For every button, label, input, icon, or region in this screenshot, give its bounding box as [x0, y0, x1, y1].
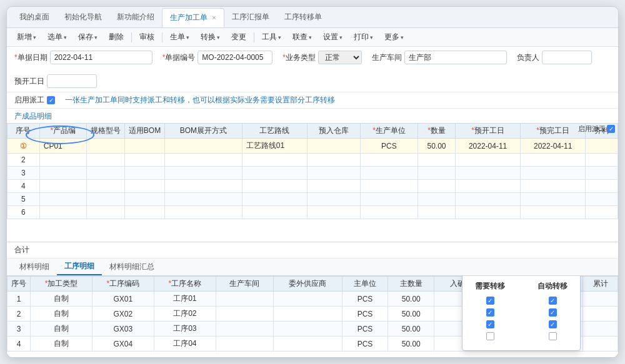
- bcol-qty: 主数量: [388, 277, 434, 292]
- popup-cb-wrap: [534, 320, 571, 328]
- arrow-icon: ▾: [94, 34, 98, 41]
- sub-tab-materials[interactable]: 材料明细: [12, 259, 57, 275]
- bcol-cumul: 累计: [583, 277, 618, 292]
- popup-cb-wrap: [534, 297, 571, 305]
- tab-transfer[interactable]: 工序转移单: [277, 8, 329, 26]
- type-select[interactable]: 正常: [318, 51, 362, 64]
- table-row: 3: [8, 167, 618, 180]
- btn-select[interactable]: 选单▾: [42, 31, 72, 44]
- btn-new[interactable]: 新增▾: [12, 31, 41, 44]
- popup-cb-wrap: [534, 308, 571, 317]
- popup-row-3: [471, 320, 571, 328]
- popup-row-1: [471, 297, 571, 305]
- arrow-icon: ▾: [339, 34, 342, 41]
- arrow-icon: ▾: [186, 34, 189, 41]
- table-row: 5: [8, 193, 618, 206]
- dispatch-checkbox[interactable]: [47, 96, 55, 104]
- popup-row-4: [471, 332, 571, 340]
- header-dispatch-checkbox[interactable]: [607, 125, 615, 133]
- date-field: *单据日期: [14, 51, 152, 64]
- owner-input[interactable]: [542, 51, 592, 64]
- workshop-input[interactable]: [404, 51, 507, 64]
- btn-review[interactable]: 审核: [134, 31, 159, 44]
- preopen-input[interactable]: [47, 74, 97, 88]
- no-input[interactable]: [198, 51, 272, 64]
- tab-production[interactable]: 生产加工单 ×: [162, 8, 224, 27]
- popup-cb-wrap: [471, 308, 509, 317]
- bottom-table-wrap: 序号 *加工类型 *工序编码 *工序名称 生产车间 委外供应商 主单位 主数量 …: [7, 276, 618, 357]
- popup-col2-header: 自动转移: [534, 281, 571, 292]
- bcol-supplier: 委外供应商: [273, 277, 342, 292]
- popup-cb-wrap: [534, 332, 571, 340]
- popup-row3-col1-checkbox[interactable]: [486, 320, 494, 328]
- separator: [254, 32, 254, 42]
- btn-settings[interactable]: 设置▾: [318, 31, 348, 44]
- popup-row2-col1-checkbox[interactable]: [486, 308, 494, 317]
- tab-init[interactable]: 初始化导航: [57, 8, 109, 26]
- transfer-popup: 需要转移 自动转移: [462, 276, 581, 351]
- tab-desktop[interactable]: 我的桌面: [12, 8, 57, 26]
- bottom-section: 合计 材料明细 工序明细 材料明细汇总 序号 *加工类型 *工序编码 *工序名称…: [7, 242, 618, 357]
- table-row: 6: [8, 206, 618, 219]
- btn-convert[interactable]: 转换▾: [196, 31, 225, 44]
- col-bom-mode: BOM展开方式: [165, 124, 242, 139]
- popup-row1-col1-checkbox[interactable]: [486, 297, 494, 305]
- table-row: 4: [8, 180, 618, 193]
- tab-features[interactable]: 新功能介绍: [109, 8, 162, 26]
- col-seq: 序号: [8, 124, 40, 139]
- form-header: *单据日期 *单据编号 *业务类型 正常 生产车间 负责人 预开工日: [7, 47, 618, 92]
- separator: [131, 32, 132, 42]
- arrow-icon: ▾: [401, 34, 404, 41]
- popup-cb-wrap: [471, 320, 509, 328]
- col-start: *预开工日: [456, 124, 521, 139]
- popup-row2-col2-checkbox[interactable]: [549, 308, 557, 317]
- popup-col1-header: 需要转移: [471, 281, 509, 292]
- table-row: ① CP01 工艺路线01 PCS 50.00 2022-04-11 2022-…: [8, 139, 618, 154]
- popup-row3-col2-checkbox[interactable]: [549, 320, 557, 328]
- col-product: *产品编: [39, 124, 86, 139]
- arrow-icon: ▾: [309, 34, 312, 41]
- popup-cb-wrap: [471, 332, 509, 340]
- popup-row4-col1-checkbox[interactable]: [486, 332, 494, 340]
- bcol-code: *工序编码: [92, 277, 154, 292]
- btn-query[interactable]: 联查▾: [288, 31, 317, 44]
- summary-bar: 合计: [7, 242, 618, 258]
- popup-header: 需要转移 自动转移: [471, 281, 571, 292]
- col-unit: *生产单位: [361, 124, 418, 139]
- btn-save[interactable]: 保存▾: [73, 31, 102, 44]
- type-field: *业务类型 正常: [282, 51, 362, 64]
- owner-field: 负责人: [517, 51, 592, 64]
- tab-report[interactable]: 工序汇报单: [224, 8, 277, 26]
- tab-close-icon[interactable]: ×: [212, 14, 216, 21]
- tab-bar: 我的桌面 初始化导航 新功能介绍 生产加工单 × 工序汇报单 工序转移单: [7, 7, 618, 28]
- arrow-icon: ▾: [33, 34, 36, 41]
- btn-more[interactable]: 更多▾: [379, 31, 409, 44]
- popup-row1-col2-checkbox[interactable]: [549, 297, 557, 305]
- sub-tab-process[interactable]: 工序明细: [57, 258, 102, 275]
- arrow-icon: ▾: [64, 34, 67, 41]
- main-window: 我的桌面 初始化导航 新功能介绍 生产加工单 × 工序汇报单 工序转移单 新增▾…: [6, 6, 619, 358]
- btn-tools[interactable]: 工具▾: [257, 31, 286, 44]
- btn-print[interactable]: 打印▾: [349, 31, 378, 44]
- arrow-icon: ▾: [217, 34, 220, 41]
- col-end: *预完工日: [521, 124, 586, 139]
- col-qty: *数量: [418, 124, 455, 139]
- col-warehouse: 预入仓库: [307, 124, 360, 139]
- bcol-seq: 序号: [8, 277, 31, 292]
- separator: [162, 32, 162, 42]
- btn-generate[interactable]: 生单▾: [165, 31, 194, 44]
- sub-tabs: 材料明细 工序明细 材料明细汇总: [7, 258, 618, 276]
- btn-change[interactable]: 变更: [226, 31, 251, 44]
- dispatch-field: 启用派工: [14, 95, 55, 106]
- popup-row-2: [471, 308, 571, 317]
- arrow-icon: ▾: [370, 34, 373, 41]
- workshop-field: 生产车间: [372, 51, 507, 64]
- bcol-type: *加工类型: [31, 277, 92, 292]
- popup-row4-col2-checkbox[interactable]: [549, 332, 557, 340]
- section-title: 产成品明细: [7, 109, 618, 123]
- btn-delete[interactable]: 删除: [104, 31, 129, 44]
- date-input[interactable]: [50, 51, 152, 64]
- sub-tab-material-summary[interactable]: 材料明细汇总: [102, 259, 162, 275]
- col-ready: 齐料 启用派工: [586, 124, 618, 139]
- bcol-unit: 主单位: [342, 277, 388, 292]
